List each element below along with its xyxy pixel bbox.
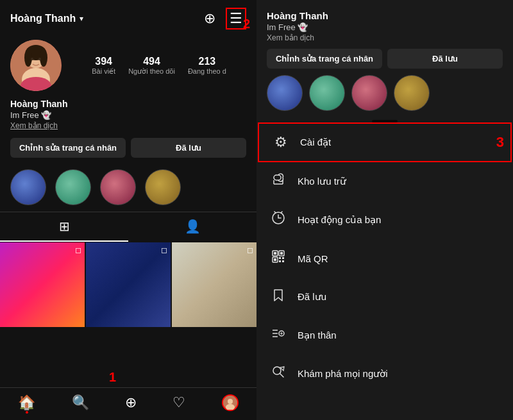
highlight-2[interactable]: [55, 169, 91, 205]
grid-item-1[interactable]: ◻: [0, 242, 85, 327]
right-bio: Im Free 👻: [267, 22, 503, 32]
svg-point-11: [228, 399, 233, 404]
svg-point-8: [38, 58, 41, 60]
profile-section: 394 Bài viết 494 Người theo dõi 213 Đang…: [0, 35, 256, 99]
activity-label: Hoạt động của bạn: [298, 214, 381, 226]
right-edit-profile-button[interactable]: Chỉnh sửa trang cá nhân: [267, 49, 382, 69]
top-bar-left: Hoàng Thanh ▾: [10, 13, 83, 24]
bio-translate-link[interactable]: Xem bản dịch: [10, 121, 246, 130]
home-dot: [26, 411, 28, 414]
bio-name: Hoàng Thanh: [10, 99, 246, 109]
discover-icon: [269, 365, 287, 383]
profile-buttons: Chỉnh sửa trang cá nhân Đã lưu: [0, 138, 256, 167]
avatar: [10, 40, 62, 91]
menu-item-close-friends[interactable]: Bạn thân: [256, 316, 513, 355]
svg-rect-23: [279, 257, 281, 259]
menu-item-qr[interactable]: Mã QR: [256, 239, 513, 278]
menu-item-discover[interactable]: Khám phá mọi người: [256, 355, 513, 393]
right-highlights: [256, 75, 513, 117]
grid-item-3-icon: ◻: [247, 246, 253, 255]
edit-profile-button[interactable]: Chỉnh sửa trang cá nhân: [10, 138, 126, 158]
bio-section: Hoàng Thanh Im Free 👻 Xem bản dịch: [0, 99, 256, 138]
tab-grid[interactable]: ⊞: [0, 212, 128, 242]
svg-rect-20: [274, 252, 276, 255]
stat-followers: 494 Người theo dõi: [128, 56, 175, 76]
avatar-image: [10, 40, 62, 91]
stat-posts-number: 394: [92, 56, 115, 67]
qr-label: Mã QR: [298, 253, 328, 264]
right-highlight-1[interactable]: [267, 75, 303, 111]
archive-label: Kho lưu trữ: [298, 176, 346, 187]
highlight-3[interactable]: [100, 169, 136, 205]
tab-tagged[interactable]: 👤: [128, 212, 256, 242]
nav-heart[interactable]: ♡: [172, 394, 185, 411]
stat-posts-label: Bài viết: [92, 67, 115, 76]
nav-search[interactable]: 🔍: [72, 394, 89, 411]
grid-item-1-icon: ◻: [75, 246, 81, 255]
grid-item-2-icon: ◻: [161, 246, 167, 255]
menu-item-saved[interactable]: Đã lưu: [256, 278, 513, 316]
annotation-badge-3: 3: [496, 134, 504, 151]
svg-rect-25: [279, 260, 281, 262]
tab-bar: ⊞ 👤: [0, 212, 256, 242]
right-username: Hoàng Thanh: [267, 10, 503, 21]
nav-profile[interactable]: [222, 394, 239, 411]
right-buttons: Chỉnh sửa trang cá nhân Đã lưu: [256, 49, 513, 75]
photo-grid: ◻ ◻ ◻: [0, 242, 256, 387]
highlight-4[interactable]: [145, 169, 181, 205]
svg-point-7: [31, 58, 33, 60]
bottom-nav: 🏠 🔍 ⊕ ♡: [0, 387, 256, 420]
right-translate[interactable]: Xem bản dịch: [267, 33, 503, 42]
nav-home[interactable]: 🏠: [18, 394, 35, 411]
menu-list: ⚙ Cài đặt 3 Kho lưu trữ: [256, 122, 513, 420]
svg-rect-24: [282, 257, 284, 259]
discover-label: Khám phá mọi người: [298, 368, 388, 380]
profile-username: Hoàng Thanh: [10, 13, 76, 24]
menu-item-settings[interactable]: ⚙ Cài đặt 3: [258, 122, 512, 162]
saved-label: Đã lưu: [298, 291, 326, 303]
stat-followers-number: 494: [128, 56, 175, 67]
close-friends-icon: [269, 326, 287, 344]
right-highlight-4[interactable]: [394, 75, 430, 111]
annotation-badge-2: 2: [243, 17, 250, 31]
stats-row: 394 Bài viết 494 Người theo dõi 213 Đang…: [72, 56, 246, 76]
nav-avatar: [222, 394, 239, 411]
nav-add[interactable]: ⊕: [125, 394, 137, 411]
svg-rect-26: [282, 260, 284, 262]
bio-text: Im Free 👻: [10, 110, 246, 120]
qr-icon: [269, 249, 287, 267]
chevron-down-icon[interactable]: ▾: [80, 14, 83, 23]
svg-rect-22: [274, 258, 276, 261]
saved-icon: [269, 288, 287, 306]
right-top-section: Hoàng Thanh Im Free 👻 Xem bản dịch: [256, 0, 513, 49]
close-friends-label: Bạn thân: [298, 330, 337, 341]
menu-item-archive[interactable]: Kho lưu trữ: [256, 162, 513, 201]
grid-item-2[interactable]: ◻: [86, 242, 171, 327]
archive-icon: [269, 172, 287, 190]
highlight-1[interactable]: [10, 169, 46, 205]
settings-label: Cài đặt: [300, 137, 331, 148]
top-bar-icons: ⊕ ☰: [204, 8, 246, 29]
add-post-button[interactable]: ⊕: [204, 10, 215, 27]
top-bar: Hoàng Thanh ▾ ⊕ ☰: [0, 0, 256, 35]
svg-point-5: [24, 49, 32, 67]
svg-rect-21: [280, 252, 283, 255]
right-panel: Hoàng Thanh Im Free 👻 Xem bản dịch Chỉnh…: [256, 0, 513, 420]
stat-following-number: 213: [188, 56, 226, 67]
svg-point-6: [40, 49, 47, 67]
menu-item-activity[interactable]: Hoạt động của bạn: [256, 201, 513, 239]
annotation-badge-1: 1: [109, 370, 116, 385]
highlights-row: [0, 167, 256, 212]
left-panel: Hoàng Thanh ▾ ⊕ ☰: [0, 0, 256, 420]
right-highlight-3[interactable]: [351, 75, 387, 111]
stat-following: 213 Đang theo d: [188, 56, 226, 76]
stat-followers-label: Người theo dõi: [128, 67, 175, 76]
right-saved-button[interactable]: Đã lưu: [387, 49, 503, 69]
saved-button[interactable]: Đã lưu: [131, 138, 246, 158]
grid-item-3[interactable]: ◻: [172, 242, 256, 327]
right-highlight-2[interactable]: [309, 75, 345, 111]
stat-following-label: Đang theo d: [188, 67, 226, 75]
stat-posts: 394 Bài viết: [92, 56, 115, 76]
svg-line-34: [280, 374, 284, 378]
activity-icon: [269, 211, 287, 229]
